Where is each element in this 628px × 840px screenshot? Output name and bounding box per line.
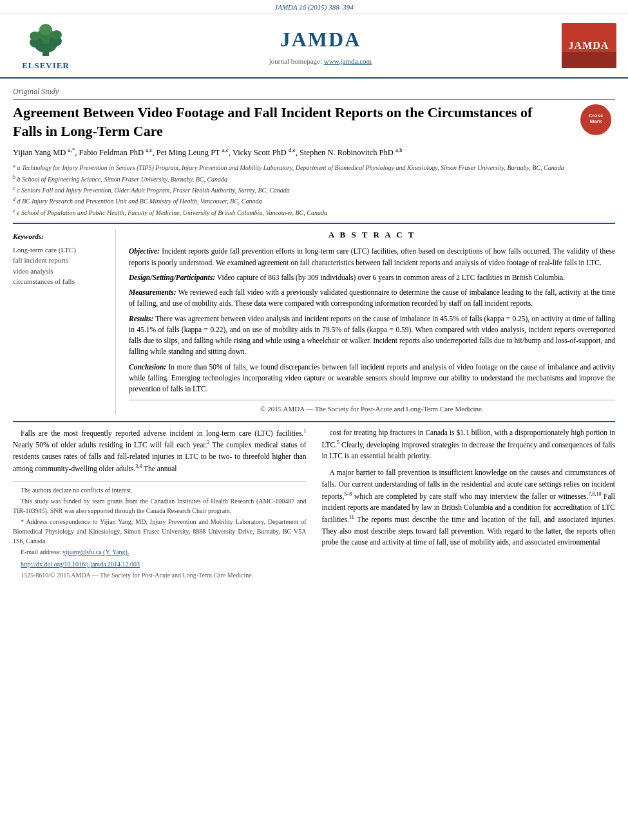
body-left-col: Falls are the most frequently reported a…	[13, 427, 307, 582]
svg-point-6	[30, 32, 40, 41]
objective-label: Objective:	[129, 247, 160, 255]
affiliation-a: a a Technology for Injury Prevention in …	[13, 162, 615, 173]
abstract-results: Results: There was agreement between vid…	[129, 313, 615, 358]
authors-line: Yijian Yang MD a,*, Fabio Feldman PhD a,…	[13, 146, 615, 159]
body-divider	[13, 421, 615, 422]
abstract-measurements: Measurements: We reviewed each fall vide…	[129, 287, 615, 310]
affiliation-d: d d BC Injury Research and Prevention Un…	[13, 196, 615, 206]
affiliations: a a Technology for Injury Prevention in …	[13, 162, 615, 218]
issn-line: 1525-8610/© 2015 AMDA — The Society for …	[13, 570, 307, 580]
abstract-two-col: Keywords: Long-term care (LTC) fall inci…	[13, 229, 615, 415]
elsevier-tree-icon	[17, 19, 75, 58]
crossmark-badge: Cross Mark	[576, 104, 615, 136]
copyright-line: © 2015 AMDA — The Society for Post-Acute…	[129, 400, 615, 414]
footnote-conflict: The authors declare no conflicts of inte…	[13, 485, 307, 495]
elsevier-text: ELSEVIER	[22, 60, 70, 71]
authors-text: Yijian Yang MD a,*, Fabio Feldman PhD a,…	[13, 148, 403, 157]
article-section-label: Original Study	[13, 86, 615, 100]
svg-point-3	[39, 24, 52, 35]
affiliation-b: b b School of Engineering Science, Simon…	[13, 174, 615, 184]
homepage-label: journal homepage:	[269, 57, 322, 65]
affiliation-c: c c Seniors Fall and Injury Prevention, …	[13, 185, 615, 195]
abstract-main-col: A B S T R A C T Objective: Incident repo…	[129, 229, 615, 415]
body-right-para-1: cost for treating hip fractures in Canad…	[322, 427, 616, 462]
keyword-2: fall incident reports	[13, 255, 108, 266]
objective-text: Incident reports guide fall prevention e…	[129, 247, 615, 266]
footnote-correspondence: * Address correspondence to Yijian Yang,…	[13, 517, 307, 546]
jamda-logo-box: JAMDA	[560, 23, 618, 68]
results-text: There was agreement between video analys…	[129, 315, 615, 356]
keywords-box: Keywords: Long-term care (LTC) fall inci…	[13, 232, 108, 286]
crossmark-icon: Cross Mark	[580, 104, 611, 135]
journal-homepage: journal homepage: www.jamda.com	[91, 57, 549, 66]
email-label: E-mail address:	[21, 548, 61, 555]
elsevier-logo: ELSEVIER	[10, 19, 81, 71]
journal-title-center: JAMDA journal homepage: www.jamda.com	[91, 25, 549, 66]
abstract-header: A B S T R A C T	[129, 229, 615, 241]
design-text: Video capture of 863 falls (by 309 indiv…	[217, 274, 565, 281]
journal-citation-bar: JAMDA 16 (2015) 388–394	[0, 0, 628, 14]
journal-citation-text: JAMDA 16 (2015) 388–394	[274, 3, 353, 11]
footnotes-section: The authors declare no conflicts of inte…	[13, 481, 307, 580]
homepage-link[interactable]: www.jamda.com	[324, 57, 372, 65]
keyword-4: circumstances of falls	[13, 276, 108, 287]
footnote-email: E-mail address: yijiany@sfu.ca (Y. Yang)…	[13, 547, 307, 557]
body-left-para-1: Falls are the most frequently reported a…	[13, 427, 307, 475]
keywords-sidebar: Keywords: Long-term care (LTC) fall inci…	[13, 229, 116, 415]
keyword-3: video analysis	[13, 266, 108, 277]
svg-text:Cross: Cross	[589, 113, 604, 118]
jamda-logo-text: JAMDA	[569, 39, 609, 53]
jamda-logo-icon: JAMDA	[562, 23, 616, 68]
body-two-col: Falls are the most frequently reported a…	[13, 427, 615, 582]
measurements-label: Measurements:	[129, 288, 176, 296]
email-link[interactable]: yijiany@sfu.ca (Y. Yang).	[62, 548, 129, 555]
conclusion-label: Conclusion:	[129, 363, 166, 371]
article-title: Agreement Between Video Footage and Fall…	[13, 104, 615, 140]
doi-link[interactable]: http://dx.doi.org/10.1016/j.jamda.2014.1…	[21, 561, 140, 568]
body-right-para-2: A major barrier to fall prevention is in…	[322, 467, 616, 548]
body-right-col: cost for treating hip fractures in Canad…	[322, 427, 616, 582]
journal-header: ELSEVIER JAMDA journal homepage: www.jam…	[0, 14, 628, 78]
keyword-1: Long-term care (LTC)	[13, 245, 108, 256]
article-divider	[13, 223, 615, 224]
design-label: Design/Setting/Participants:	[129, 274, 215, 281]
abstract-conclusion: Conclusion: In more than 50% of falls, w…	[129, 362, 615, 395]
journal-name: JAMDA	[91, 25, 549, 54]
abstract-design: Design/Setting/Participants: Video captu…	[129, 272, 615, 283]
keywords-title: Keywords:	[13, 232, 108, 241]
affiliation-e: e e School of Population and Public Heal…	[13, 207, 615, 218]
conclusion-text: In more than 50% of falls, we found disc…	[129, 363, 615, 393]
article-main-content: Original Study Agreement Between Video F…	[0, 79, 628, 588]
measurements-text: We reviewed each fall video with a previ…	[129, 288, 615, 307]
article-title-text: Agreement Between Video Footage and Fall…	[13, 104, 532, 139]
footnote-funding: This study was funded by team grants fro…	[13, 496, 307, 516]
svg-text:Mark: Mark	[590, 118, 602, 124]
results-label: Results:	[129, 315, 153, 322]
doi-line: http://dx.doi.org/10.1016/j.jamda.2014.1…	[13, 559, 307, 569]
svg-point-7	[52, 30, 62, 39]
abstract-objective: Objective: Incident reports guide fall p…	[129, 246, 615, 268]
